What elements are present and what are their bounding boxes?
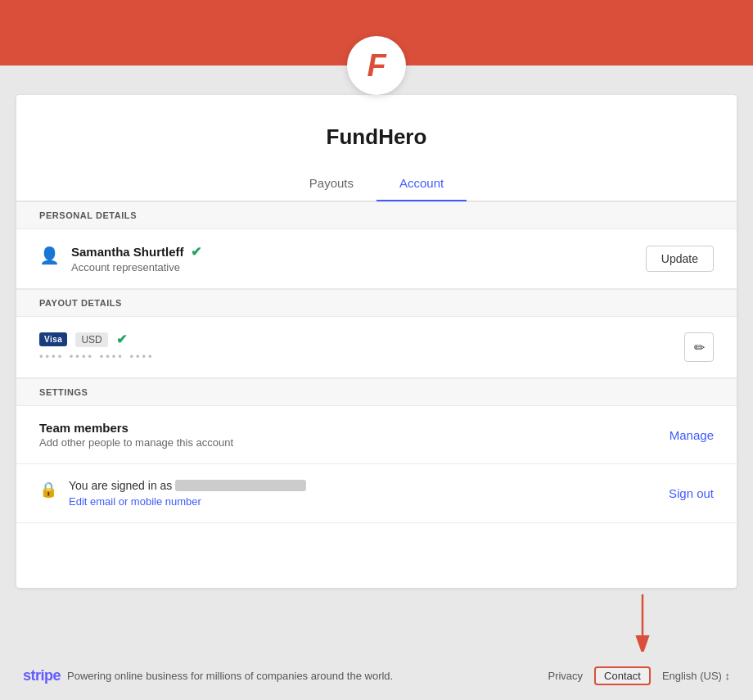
user-role: Account representative xyxy=(71,261,201,273)
app-title: FundHero xyxy=(16,124,737,150)
footer: stripe Powering online business for mill… xyxy=(0,652,753,700)
card-dots: •••• •••• •••• •••• xyxy=(39,350,155,363)
footer-left: stripe Powering online business for mill… xyxy=(23,667,393,684)
signed-in-text: You are signed in as xyxy=(69,479,309,492)
tab-payouts[interactable]: Payouts xyxy=(286,166,376,201)
logo-circle: F xyxy=(347,36,406,95)
currency-badge: USD xyxy=(75,332,107,347)
sign-out-link[interactable]: Sign out xyxy=(669,486,714,500)
update-button[interactable]: Update xyxy=(646,246,714,272)
top-bar: F xyxy=(0,0,753,65)
footer-tagline: Powering online business for millions of… xyxy=(67,670,393,682)
lock-icon: 🔒 xyxy=(39,481,57,499)
signed-in-email-blur xyxy=(175,480,306,491)
user-name: Samantha Shurtleff xyxy=(71,245,184,259)
verified-icon: ✔ xyxy=(191,244,201,260)
arrow-container xyxy=(0,594,753,652)
edit-email-link[interactable]: Edit email or mobile number xyxy=(69,495,309,508)
signed-in-prefix: You are signed in as xyxy=(69,479,172,492)
pencil-icon: ✏ xyxy=(694,340,705,355)
manage-link[interactable]: Manage xyxy=(670,428,714,442)
stripe-logo: stripe xyxy=(23,667,61,684)
payout-content: Visa USD ✔ •••• •••• •••• •••• xyxy=(39,332,155,363)
team-content: Team members Add other people to manage … xyxy=(39,421,233,449)
main-card: FundHero Payouts Account PERSONAL DETAIL… xyxy=(16,95,737,588)
payout-verified-icon: ✔ xyxy=(116,332,127,347)
team-sub: Add other people to manage this account xyxy=(39,436,233,449)
user-name-row: Samantha Shurtleff ✔ xyxy=(71,244,201,260)
payout-details-left: Visa USD ✔ •••• •••• •••• •••• xyxy=(39,332,155,363)
signed-in-row: 🔒 You are signed in as Edit email or mob… xyxy=(16,464,737,523)
contact-button[interactable]: Contact xyxy=(594,666,651,685)
personal-details-content: Samantha Shurtleff ✔ Account representat… xyxy=(71,244,201,273)
footer-right: Privacy Contact English (US) ↕ xyxy=(548,666,730,685)
signed-in-content: You are signed in as Edit email or mobil… xyxy=(69,479,309,508)
privacy-link[interactable]: Privacy xyxy=(548,670,583,682)
logo-letter: F xyxy=(367,50,386,81)
visa-badge: Visa xyxy=(39,332,67,346)
tab-account[interactable]: Account xyxy=(376,166,467,201)
team-members-row: Team members Add other people to manage … xyxy=(16,406,737,464)
signed-in-left: 🔒 You are signed in as Edit email or mob… xyxy=(39,479,309,508)
payout-details-header: PAYOUT DETAILS xyxy=(16,289,737,317)
personal-details-left: 👤 Samantha Shurtleff ✔ Account represent… xyxy=(39,244,201,273)
person-icon: 👤 xyxy=(39,246,60,265)
team-members-left: Team members Add other people to manage … xyxy=(39,421,233,449)
personal-details-header: PERSONAL DETAILS xyxy=(16,201,737,229)
arrow-down-icon xyxy=(630,594,655,652)
settings-header: SETTINGS xyxy=(16,378,737,406)
personal-details-row: 👤 Samantha Shurtleff ✔ Account represent… xyxy=(16,229,737,289)
payout-card-info: Visa USD ✔ xyxy=(39,332,155,347)
page-wrapper: F FundHero Payouts Account PERSONAL DETA… xyxy=(0,0,753,700)
team-title: Team members xyxy=(39,421,233,435)
tabs-bar: Payouts Account xyxy=(16,166,737,201)
language-selector[interactable]: English (US) ↕ xyxy=(662,670,730,682)
payout-details-row: Visa USD ✔ •••• •••• •••• •••• ✏ xyxy=(16,317,737,378)
edit-payout-button[interactable]: ✏ xyxy=(684,332,714,362)
